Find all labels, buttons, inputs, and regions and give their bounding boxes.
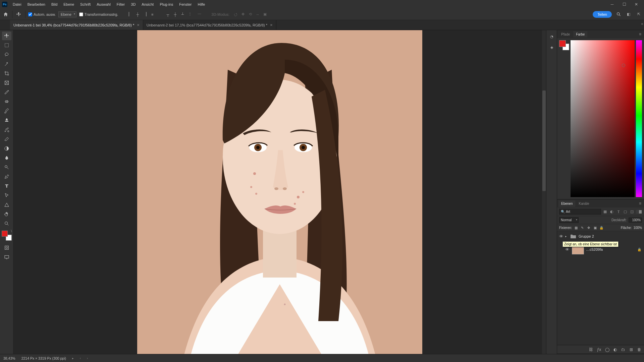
distribute-v-icon[interactable]: ⋮ — [186, 11, 193, 18]
menu-plugins[interactable]: Plug-ins — [157, 1, 176, 8]
lock-artboard-icon[interactable]: ▣ — [593, 225, 597, 230]
hand-tool[interactable] — [2, 210, 11, 219]
home-icon[interactable] — [2, 11, 9, 18]
color-panel-menu-icon[interactable]: ≡ — [638, 32, 643, 37]
color-cursor-icon[interactable] — [622, 64, 625, 67]
menu-schrift[interactable]: Schrift — [77, 1, 93, 8]
lasso-tool[interactable] — [2, 50, 11, 59]
layer-mask-icon[interactable]: ◯ — [604, 347, 610, 352]
menu-fenster[interactable]: Fenster — [176, 1, 194, 8]
search-icon[interactable] — [615, 11, 622, 18]
history-brush-tool[interactable] — [2, 125, 11, 134]
distribute-h-icon[interactable]: ≡ — [149, 11, 156, 18]
close-button[interactable]: ✕ — [631, 1, 642, 8]
type-tool[interactable] — [2, 182, 11, 190]
vertical-scrollbar[interactable] — [542, 30, 546, 354]
transform-controls-checkbox[interactable]: Transformationsstrg. — [79, 12, 118, 16]
zoom-tool[interactable] — [2, 219, 11, 228]
gradient-tool[interactable] — [2, 144, 11, 153]
delete-layer-icon[interactable]: 🗑 — [637, 347, 642, 352]
align-top-icon[interactable]: ┬ — [164, 11, 171, 18]
fill-input[interactable]: 100% — [633, 226, 642, 230]
adjustment-layer-icon[interactable]: ◐ — [612, 347, 618, 352]
auto-select-target-dropdown[interactable]: Ebene — [58, 11, 76, 17]
path-select-tool[interactable] — [2, 191, 11, 200]
layer-lock-icon[interactable]: 🔒 — [637, 248, 641, 251]
workspace-switcher-icon[interactable]: ⇱ — [635, 11, 642, 18]
lock-all-icon[interactable]: 🔒 — [599, 225, 604, 230]
color-field[interactable] — [571, 40, 635, 197]
close-tab-2-icon[interactable]: × — [270, 22, 273, 27]
filter-type-icon[interactable]: T — [616, 209, 621, 215]
new-layer-icon[interactable]: ⊞ — [629, 347, 634, 352]
zoom-level[interactable]: 38,43% — [3, 356, 15, 360]
background-layer-name[interactable]: …c5209fa — [586, 247, 603, 251]
menu-hilfe[interactable]: Hilfe — [195, 1, 208, 8]
screen-mode-tool[interactable] — [2, 253, 11, 261]
new-group-icon[interactable]: 🗀 — [621, 347, 626, 352]
layers-panel-menu-icon[interactable]: ≡ — [638, 201, 643, 206]
shape-tool[interactable] — [2, 200, 11, 209]
filter-smart-icon[interactable]: ◫ — [629, 209, 635, 215]
eraser-tool[interactable] — [2, 135, 11, 143]
align-left-icon[interactable]: ▏ — [127, 11, 133, 18]
channels-tab[interactable]: Kanäle — [576, 200, 592, 207]
blur-tool[interactable] — [2, 154, 11, 162]
color-panel-fg-swatch[interactable] — [559, 40, 566, 47]
align-center-h-icon[interactable]: ┼ — [134, 11, 141, 18]
layer-group-name[interactable]: Gruppe 2 — [579, 234, 594, 238]
close-tab-1-icon[interactable]: × — [137, 22, 140, 27]
align-middle-icon[interactable]: ┼ — [172, 11, 178, 18]
align-right-icon[interactable]: ▕ — [142, 11, 148, 18]
maximize-button[interactable]: ☐ — [619, 1, 630, 8]
dodge-tool[interactable] — [2, 163, 11, 172]
layer-filter-dropdown[interactable]: 🔍 Art — [559, 209, 601, 215]
filter-pixel-icon[interactable]: ▦ — [602, 209, 608, 215]
magic-wand-tool[interactable] — [2, 60, 11, 68]
lock-paint-icon[interactable]: ✎ — [580, 225, 585, 230]
canvas-area[interactable] — [13, 30, 546, 354]
layers-tab[interactable]: Ebenen — [558, 200, 575, 207]
quick-mask-tool[interactable] — [2, 243, 11, 252]
properties-panel-icon[interactable]: ◈ — [548, 44, 555, 51]
swap-colors-icon[interactable]: ⤵ — [11, 230, 12, 233]
hue-slider[interactable] — [636, 40, 642, 197]
pen-tool[interactable] — [2, 172, 11, 181]
eyedropper-tool[interactable] — [2, 88, 11, 97]
more-align-icon[interactable]: ⋯ — [196, 11, 203, 18]
paths-tab[interactable]: Pfade — [558, 31, 573, 38]
layer-group-item[interactable]: 👁 ▸ Gruppe 2 — [557, 232, 644, 241]
link-layers-icon[interactable]: ⛓ — [588, 347, 594, 352]
move-tool[interactable] — [2, 32, 11, 40]
status-nav-right-icon[interactable]: › — [87, 357, 88, 360]
screen-mode-icon[interactable]: ◧ — [625, 11, 632, 18]
filter-shape-icon[interactable]: ▢ — [623, 209, 628, 215]
hue-cursor-icon[interactable] — [642, 196, 644, 198]
share-button[interactable]: Teilen — [593, 11, 612, 18]
lock-transparency-icon[interactable]: ▩ — [574, 225, 578, 230]
blend-mode-dropdown[interactable]: Normal — [559, 217, 579, 223]
status-menu-icon[interactable]: ▸ — [72, 357, 74, 360]
lock-position-icon[interactable]: ✥ — [586, 225, 591, 230]
move-tool-icon[interactable] — [15, 11, 22, 18]
menu-bild[interactable]: Bild — [49, 1, 60, 8]
frame-tool[interactable] — [2, 78, 11, 87]
document-canvas[interactable] — [137, 30, 422, 354]
visibility-toggle-bg-icon[interactable]: 👁 — [563, 247, 571, 252]
visibility-toggle-icon[interactable]: 👁 — [557, 234, 565, 239]
document-dimensions[interactable]: 2214 Px × 3319 Px (300 ppi) — [21, 356, 66, 360]
brush-tool[interactable] — [2, 107, 11, 115]
menu-filter[interactable]: Filter — [114, 1, 127, 8]
status-nav-left-icon[interactable]: ‹ — [80, 357, 81, 360]
filter-adjust-icon[interactable]: ◐ — [609, 209, 614, 215]
scrollbar-thumb[interactable] — [542, 90, 546, 191]
clone-stamp-tool[interactable] — [2, 116, 11, 125]
opacity-input[interactable]: 100% — [629, 218, 642, 223]
menu-ebene[interactable]: Ebene — [61, 1, 77, 8]
crop-tool[interactable] — [2, 69, 11, 78]
collapse-panels-icon[interactable]: « — [641, 21, 643, 26]
marquee-tool[interactable] — [2, 41, 11, 50]
history-panel-icon[interactable]: ◔ — [548, 33, 555, 40]
healing-brush-tool[interactable] — [2, 97, 11, 106]
layer-style-icon[interactable]: ƒx — [596, 347, 602, 352]
